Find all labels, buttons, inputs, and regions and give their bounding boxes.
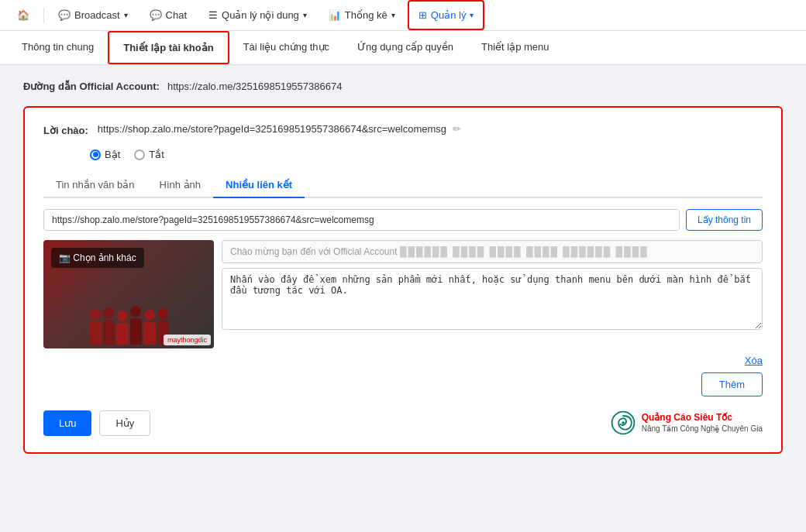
sub-nav-thiet-lap-tai-khoan[interactable]: Thiết lập tài khoản [108,31,229,64]
settings-card: Lời chào: https://shop.zalo.me/store?pag… [23,106,783,454]
person-5 [143,310,156,345]
person-3 [116,311,129,345]
quanly-nav-item[interactable]: ⊞ Quản lý ▾ [408,0,485,30]
chat-nav-item[interactable]: 💬 Chat [140,0,196,30]
radio-row: Bật Tắt [90,149,763,160]
official-account-label: Đường dẫn Official Account: [23,81,160,92]
home-icon: 🏠 [17,9,29,21]
svg-point-1 [622,421,625,424]
stats-icon: 📊 [329,9,341,21]
quanly-noi-dung-nav-item[interactable]: ☰ Quản lý nội dung ▾ [199,0,316,30]
sub-nav-ung-dung-cap-quyen[interactable]: Ứng dụng cấp quyền [343,31,467,64]
thong-ke-nav-item[interactable]: 📊 Thống kê ▾ [319,0,405,30]
content-icon: ☰ [208,9,218,21]
brand-text: Quảng Cáo Siêu Tốc Nâng Tầm Công Nghệ Ch… [642,412,763,434]
quanly-noi-dung-caret: ▾ [303,11,307,19]
luu-button[interactable]: Lưu [43,410,91,436]
tab-tin-nhan-van-ban[interactable]: Tin nhắn văn bản [43,173,147,198]
them-row: Thêm [43,372,763,396]
url-input[interactable] [43,209,680,231]
people-silhouette [89,306,169,348]
url-input-row: Lấy thông tin [43,209,763,231]
radio-tat[interactable]: Tắt [134,149,164,160]
text-inputs-col: Chào mừng bạn đến với Official Account █… [222,240,763,348]
chon-anh-khac-button[interactable]: 📷 Chọn ảnh khác [51,248,144,268]
broadcast-icon: 💬 [58,9,71,21]
main-content: Đường dẫn Official Account: https://zalo… [0,65,806,532]
xoa-link[interactable]: Xóa [745,355,763,366]
home-button[interactable]: 🏠 [8,0,39,30]
huy-button[interactable]: Hủy [99,410,150,436]
nav-divider [43,8,44,23]
brand-logo: Quảng Cáo Siêu Tốc Nâng Tầm Công Nghệ Ch… [609,409,763,437]
official-account-url: https://zalo.me/3251698519557386674 [167,81,343,92]
chat-icon: 💬 [150,9,162,21]
nhan-vao-textarea[interactable] [222,268,763,330]
radio-bat[interactable]: Bật [90,149,120,160]
watermark: maythongdic [164,335,211,345]
redacted-text: ██████ ████ ████ ████ ██████ ████ [400,246,649,257]
radio-tat-circle [134,149,145,160]
xoa-row: Xóa [43,355,763,366]
action-buttons: Lưu Hủy [43,410,150,436]
thong-ke-caret: ▾ [391,11,395,19]
official-account-row: Đường dẫn Official Account: https://zalo… [23,81,783,92]
top-navigation: 🏠 💬 Broadcast ▾ 💬 Chat ☰ Quản lý nội dun… [0,0,806,31]
person-2 [103,307,115,345]
image-text-row: 📷 Chọn ảnh khác maythongdic Chào mừng bạ… [43,240,763,348]
tab-nhieu-lien-ket[interactable]: Nhiều liên kết [213,173,305,198]
sub-navigation: Thông tin chung Thiết lập tài khoản Tài … [0,31,806,65]
chao-mung-input: Chào mừng bạn đến với Official Account █… [222,240,763,263]
loi-chao-url: https://shop.zalo.me/store?pageId=325169… [98,123,446,135]
broadcast-nav-item[interactable]: 💬 Broadcast ▾ [49,0,137,30]
brand-spiral-icon [609,409,637,437]
quanly-caret: ▾ [470,11,474,19]
radio-bat-circle [90,149,101,160]
image-box: 📷 Chọn ảnh khác maythongdic [43,240,214,348]
them-button[interactable]: Thêm [701,372,763,396]
sub-nav-tai-lieu-chung-thuc[interactable]: Tài liệu chứng thực [229,31,343,64]
loi-chao-label: Lời chào: [43,123,88,136]
person-4 [130,306,142,345]
loi-chao-row: Lời chào: https://shop.zalo.me/store?pag… [43,123,763,136]
person-1 [89,309,102,345]
tabs-row: Tin nhắn văn bản Hình ảnh Nhiều liên kết [43,173,763,198]
sub-nav-thong-tin-chung[interactable]: Thông tin chung [8,31,108,64]
tab-hinh-anh[interactable]: Hình ảnh [147,173,214,198]
broadcast-caret: ▾ [124,11,128,19]
quanly-icon: ⊞ [418,9,427,21]
action-row: Lưu Hủy Quảng Cáo Siêu Tốc Nâng Tầm Công… [43,409,763,437]
sub-nav-thiet-lap-menu[interactable]: Thiết lập menu [467,31,563,64]
edit-icon[interactable]: ✏ [453,123,461,135]
lay-thong-tin-button[interactable]: Lấy thông tin [686,209,763,231]
